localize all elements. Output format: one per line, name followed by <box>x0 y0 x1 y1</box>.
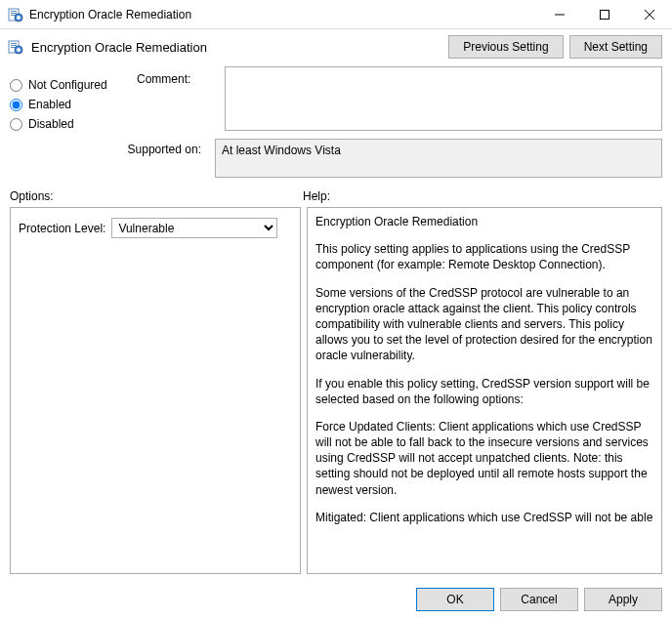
protection-level-label: Protection Level: <box>19 222 105 235</box>
help-text: Encryption Oracle Remediation <box>315 214 653 229</box>
svg-rect-13 <box>11 45 17 46</box>
window-controls <box>537 0 672 28</box>
help-text: If you enable this policy setting, CredS… <box>315 376 653 407</box>
maximize-button[interactable] <box>582 0 627 28</box>
cancel-button[interactable]: Cancel <box>500 588 578 611</box>
radio-disabled[interactable]: Disabled <box>10 117 127 131</box>
panes: Protection Level: Force Updated ClientsM… <box>0 207 672 580</box>
radio-enabled-input[interactable] <box>10 99 22 111</box>
radio-disabled-input[interactable] <box>10 118 22 131</box>
radio-disabled-label: Disabled <box>28 117 74 131</box>
page-title: Encryption Oracle Remediation <box>31 40 441 55</box>
options-label: Options: <box>10 189 303 203</box>
titlebar: Encryption Oracle Remediation <box>0 0 672 29</box>
comment-label: Comment: <box>137 72 215 86</box>
policy-icon <box>8 39 23 55</box>
comment-textarea[interactable] <box>225 66 662 131</box>
radio-not-configured-label: Not Configured <box>28 78 107 92</box>
header: Encryption Oracle Remediation Previous S… <box>0 29 672 62</box>
help-label: Help: <box>303 189 330 203</box>
footer: OK Cancel Apply <box>0 580 672 619</box>
supported-on-label: Supported on: <box>10 139 205 156</box>
help-text: This policy setting applies to applicati… <box>315 241 653 272</box>
svg-rect-1 <box>11 11 17 12</box>
config-row: Not Configured Enabled Disabled Comment: <box>0 62 672 137</box>
help-pane[interactable]: Encryption Oracle Remediation This polic… <box>307 207 662 574</box>
radio-not-configured-input[interactable] <box>10 79 22 92</box>
minimize-button[interactable] <box>537 0 582 28</box>
help-text: Some versions of the CredSSP protocol ar… <box>315 285 653 364</box>
radio-enabled-label: Enabled <box>28 98 71 111</box>
radio-not-configured[interactable]: Not Configured <box>10 78 127 92</box>
close-button[interactable] <box>627 0 672 28</box>
window-title: Encryption Oracle Remediation <box>29 8 537 21</box>
radio-enabled[interactable]: Enabled <box>10 98 127 111</box>
options-pane: Protection Level: Force Updated ClientsM… <box>10 207 301 574</box>
supported-on-value: At least Windows Vista <box>215 139 662 178</box>
ok-button[interactable]: OK <box>416 588 494 611</box>
previous-setting-button[interactable]: Previous Setting <box>448 35 563 59</box>
svg-rect-17 <box>17 49 21 51</box>
svg-rect-8 <box>601 10 609 19</box>
app-icon <box>8 7 23 22</box>
svg-rect-12 <box>11 43 17 44</box>
svg-rect-2 <box>11 13 17 14</box>
help-text: Mitigated: Client applications which use… <box>315 510 653 525</box>
next-setting-button[interactable]: Next Setting <box>569 35 662 59</box>
apply-button[interactable]: Apply <box>584 588 662 611</box>
protection-level-select[interactable]: Force Updated ClientsMitigatedVulnerable <box>111 218 277 238</box>
svg-rect-6 <box>17 17 21 19</box>
help-text: Force Updated Clients: Client applicatio… <box>315 419 653 498</box>
section-labels: Options: Help: <box>0 184 672 207</box>
supported-on-row: Supported on: At least Windows Vista <box>0 137 672 184</box>
